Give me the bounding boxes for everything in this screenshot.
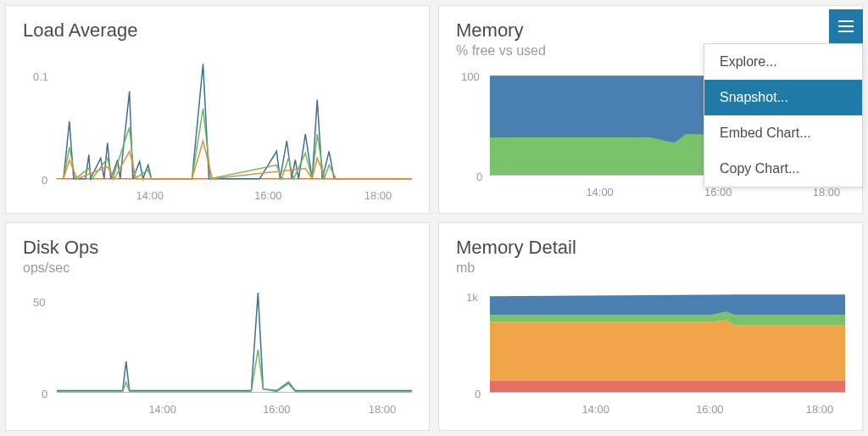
panel-title: Memory: [456, 20, 845, 42]
chart-load-average: 0.1 0 14:00 16:00 18:00: [23, 48, 412, 203]
svg-rect-4: [490, 380, 845, 392]
panel-subtitle: mb: [456, 260, 845, 276]
y-tick: 0: [42, 388, 47, 400]
x-tick: 16:00: [254, 189, 281, 202]
x-tick: 14:00: [586, 186, 613, 198]
menu-item-snapshot[interactable]: Snapshot...: [704, 80, 862, 115]
x-tick: 18:00: [369, 403, 396, 416]
menu-item-explore[interactable]: Explore...: [704, 44, 862, 80]
x-tick: 16:00: [704, 186, 732, 198]
x-tick: 18:00: [806, 403, 833, 416]
panel-memory: Memory % free vs used Explore... Snapsho…: [438, 5, 863, 214]
x-tick: 16:00: [696, 403, 723, 416]
chart-memory-detail: 1k 0 14:00 16:00 18:00: [456, 282, 845, 420]
x-tick: 14:00: [148, 403, 175, 416]
panel-subtitle: ops/sec: [23, 260, 412, 276]
x-tick: 14:00: [581, 403, 609, 416]
menu-item-copy-chart[interactable]: Copy Chart...: [704, 151, 862, 187]
chart-disk-ops: 50 0 14:00 16:00 18:00: [23, 282, 412, 420]
y-tick: 50: [33, 296, 45, 309]
panel-menu-dropdown: Explore... Snapshot... Embed Chart... Co…: [704, 43, 863, 187]
panel-title: Memory Detail: [456, 237, 845, 259]
panel-memory-detail: Memory Detail mb 1k 0 14:00 16:00 18:00: [438, 222, 863, 431]
panel-title: Load Average: [23, 20, 412, 42]
y-tick: 0: [42, 174, 47, 187]
x-tick: 14:00: [136, 189, 163, 202]
menu-item-embed-chart[interactable]: Embed Chart...: [704, 115, 862, 151]
panel-disk-ops: Disk Ops ops/sec 50 0 14:00 16:00 18:00: [5, 222, 430, 431]
x-tick: 16:00: [263, 403, 290, 416]
y-tick: 0: [475, 388, 481, 400]
x-tick: 18:00: [813, 186, 840, 198]
y-tick: 100: [461, 70, 480, 83]
y-tick: 0: [476, 170, 482, 183]
y-tick: 1k: [466, 291, 478, 304]
panel-menu-button[interactable]: [829, 9, 863, 43]
hamburger-icon: [838, 25, 854, 27]
panel-load-average: Load Average 0.1 0 14:00 16:00 18:00: [5, 5, 430, 214]
dashboard-grid: Load Average 0.1 0 14:00 16:00 18:00 Mem…: [5, 5, 863, 431]
y-tick: 0.1: [33, 70, 48, 83]
panel-title: Disk Ops: [23, 237, 412, 259]
x-tick: 18:00: [364, 189, 392, 202]
